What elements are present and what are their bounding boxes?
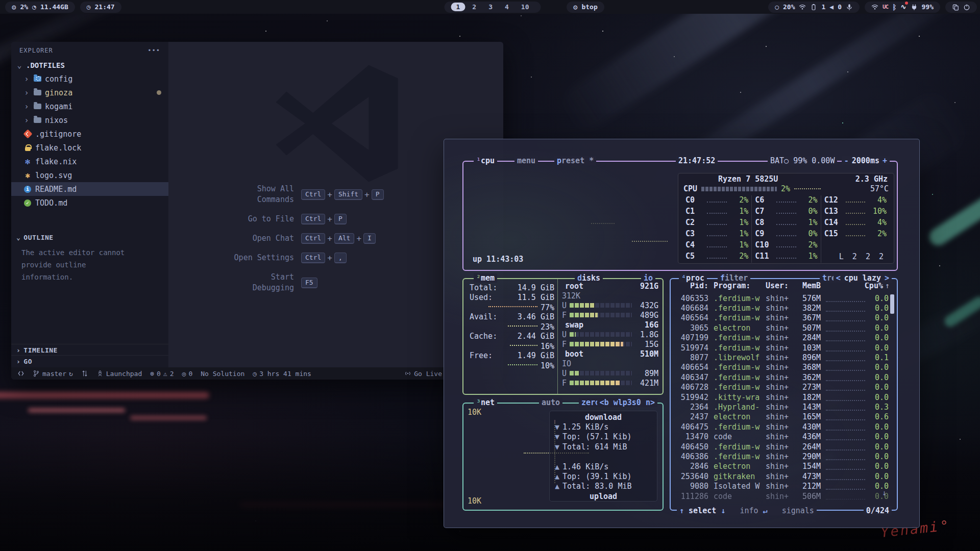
disk-free-bar	[570, 313, 632, 317]
menu-button[interactable]: menu	[514, 156, 538, 165]
process-pid: 519942	[676, 393, 708, 402]
active-window-module[interactable]: ⚙ btop	[567, 2, 604, 13]
process-row[interactable]: 8077 .librewolf shin+ 896M 0.1	[673, 353, 889, 362]
process-row[interactable]: 407199 .ferdium-w shin+ 284M 0.0	[673, 333, 889, 343]
clock-module[interactable]: ◷ 21:47	[80, 2, 121, 13]
tree-row[interactable]: ✱ logo.svg	[11, 168, 168, 182]
select-up-key[interactable]: ↑	[679, 506, 684, 515]
workspace-button[interactable]: 2	[467, 3, 481, 11]
tree-row[interactable]: .gitignore	[11, 127, 168, 141]
file-name: flake.nix	[35, 157, 77, 166]
net-box-title[interactable]: ³ net	[474, 398, 497, 407]
wifi-icon	[871, 4, 878, 11]
process-row[interactable]: 3065 electron shin+ 507M 0.0	[673, 323, 889, 333]
sort-next-button[interactable]: >	[885, 273, 889, 283]
process-row[interactable]: 406475 .ferdium-w shin+ 430M 0.0	[673, 422, 889, 432]
process-cpu: 0.0	[869, 304, 889, 313]
info-label[interactable]: info	[740, 506, 758, 515]
system-stats-module[interactable]: ⚙ 2% ◔ 11.44GB	[5, 2, 75, 13]
process-mem: 103M	[795, 343, 821, 353]
explorer-more-button[interactable]: •••	[148, 47, 160, 54]
interval-minus-button[interactable]: -	[844, 156, 849, 165]
interval-plus-button[interactable]: +	[883, 156, 887, 165]
col-user[interactable]: User:	[766, 281, 795, 290]
process-mem: 367M	[795, 313, 821, 322]
signals-label[interactable]: signals	[782, 506, 814, 515]
time-tracker-item[interactable]: ◷ 3 hrs 41 mins	[253, 370, 311, 378]
sort-selector[interactable]: < cpu lazy >	[834, 273, 892, 283]
go-header[interactable]: › GO	[11, 356, 168, 367]
process-mem: 290M	[795, 452, 821, 461]
timeline-header[interactable]: › TIMELINE	[11, 344, 168, 356]
disk-entry: root 921G 312K U 432G F 489G	[562, 281, 658, 320]
tree-row[interactable]: ✓ TODO.md	[11, 196, 168, 210]
solution-item[interactable]: No Solution	[201, 370, 244, 378]
outline-header[interactable]: ⌄ OUTLINE	[11, 232, 168, 243]
go-title: GO	[23, 358, 32, 365]
core-name: C15	[824, 229, 843, 238]
process-row[interactable]: 2364 .Hyprland- shin+ 143M 0.3	[673, 402, 889, 412]
process-row[interactable]: 519974 .ferdium-w shin+ 103M 0.0	[673, 343, 889, 353]
tree-row[interactable]: › config	[11, 72, 168, 86]
chevron-right-icon: ›	[16, 346, 20, 354]
col-memb[interactable]: MemB	[795, 281, 821, 290]
keybinding-row: Open Settings Ctrl + ,	[229, 253, 453, 263]
process-row[interactable]: 406347 .ferdium-w shin+ 362M 0.0	[673, 372, 889, 382]
preset-button[interactable]: p reset *	[554, 156, 596, 165]
tree-row[interactable]: flake.lock	[11, 141, 168, 155]
process-row[interactable]: 406450 .ferdium-w shin+ 264M 0.0	[673, 442, 889, 452]
proc-box-title[interactable]: ⁴ proc	[679, 273, 707, 283]
mem-box-title[interactable]: ² mem	[474, 273, 497, 283]
process-row[interactable]: 253640 gitkraken shin+ 473M 0.0	[673, 471, 889, 481]
filter-hotkey: f	[720, 273, 725, 283]
process-row[interactable]: 111286 code shin+ 506M 0.0	[673, 491, 889, 499]
tree-row[interactable]: › nixos	[11, 113, 168, 127]
workspace-button[interactable]: 10	[516, 3, 534, 11]
remote-indicator[interactable]	[17, 370, 24, 377]
process-row[interactable]: 406386 .ferdium-w shin+ 290M 0.0	[673, 452, 889, 461]
net-interface-selector[interactable]: <b wlp3s0 n>	[597, 398, 657, 407]
tree-row[interactable]: › kogami	[11, 99, 168, 113]
process-row[interactable]: 406684 .ferdium-w shin+ 382M 0.0	[673, 303, 889, 313]
workspace-button[interactable]: 3	[483, 3, 498, 11]
process-row[interactable]: 406728 .ferdium-w shin+ 273M 0.0	[673, 383, 889, 392]
problems-item[interactable]: ⊗ 0 ⚠ 2	[150, 370, 174, 378]
tree-row[interactable]: ✻ flake.nix	[11, 155, 168, 168]
tree-row[interactable]: i README.md	[11, 182, 168, 196]
process-cpu-graph	[826, 298, 865, 302]
disk-name: boot	[562, 349, 583, 359]
filter-button[interactable]: f ilter	[718, 273, 750, 283]
process-row[interactable]: 2846 electron shin+ 154M 0.0	[673, 462, 889, 471]
process-row[interactable]: 519942 .kitty-wra shin+ 182M 0.0	[673, 392, 889, 402]
git-compare-item[interactable]	[81, 370, 88, 377]
process-row[interactable]: 406353 .ferdium-w shin+ 576M 0.0	[673, 293, 889, 303]
power-icon[interactable]	[963, 4, 970, 11]
connectivity-module[interactable]: UC ᛒ ∿ 99%	[865, 2, 940, 13]
net-auto-button[interactable]: auto	[539, 398, 562, 407]
go-live-item[interactable]: Go Live	[404, 370, 442, 378]
ports-item[interactable]: ◎ 0	[182, 370, 193, 378]
cpu-temperature: 57°C	[870, 184, 889, 193]
cpu-total-pct: 2%	[781, 184, 790, 193]
cpu-box-title[interactable]: ¹ cpu	[474, 156, 497, 165]
tree-root-dotfiles[interactable]: ⌄ .DOTFILES	[11, 58, 168, 72]
mem-stats: Total:14.9 GiB Used:11.5 GiB 77% Avail:3…	[470, 283, 554, 370]
git-branch-item[interactable]: master ↻	[33, 370, 73, 378]
sort-prev-button[interactable]: <	[836, 273, 841, 283]
hardware-module[interactable]: ○ 20% 1 ◀ 0	[768, 2, 860, 13]
process-row[interactable]: 406654 .ferdium-w shin+ 368M 0.0	[673, 363, 889, 372]
tree-row[interactable]: › ginoza	[11, 86, 168, 99]
workspace-button[interactable]: 1	[451, 3, 465, 11]
clipboard-icon[interactable]	[952, 4, 959, 11]
process-name: .ferdium-w	[708, 304, 766, 313]
select-down-key[interactable]: ↓	[721, 506, 725, 515]
launchpad-item[interactable]: Launchpad	[96, 370, 142, 378]
scrollbar-thumb[interactable]	[890, 294, 894, 314]
process-row[interactable]: 13470 code shin+ 436M 0.0	[673, 432, 889, 441]
process-row[interactable]: 2437 electron shin+ 165M 0.6	[673, 412, 889, 422]
workspace-button[interactable]: 4	[500, 3, 514, 11]
process-row[interactable]: 406564 .ferdium-w shin+ 367M 0.0	[673, 313, 889, 323]
chevron-right-icon: ›	[23, 102, 30, 111]
process-row[interactable]: 9080 Isolated W shin+ 212M 0.0	[673, 481, 889, 491]
net-box: ³ net auto zero <b wlp3s0 n> 10K 10K dow…	[462, 403, 664, 511]
